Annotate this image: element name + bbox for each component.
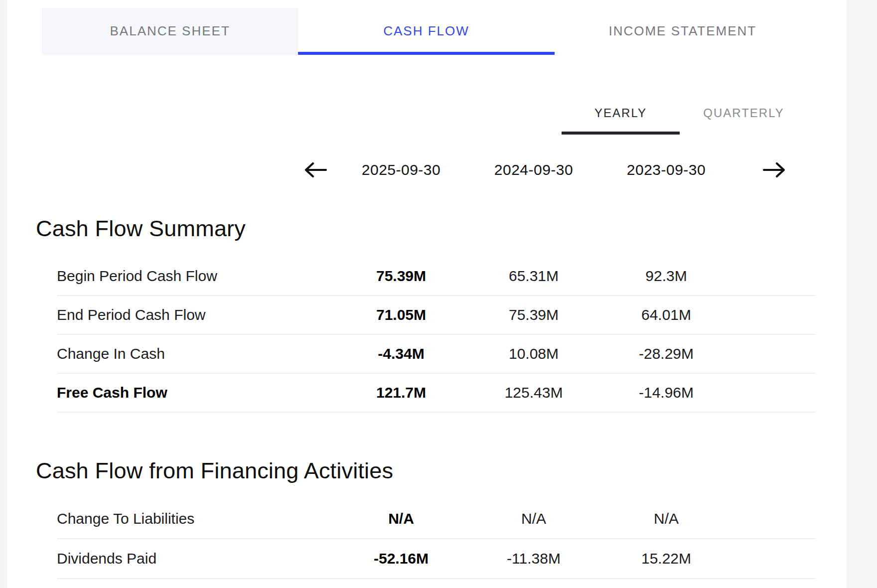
- row-value: 75.39M: [467, 306, 600, 323]
- financing-activities-table: Change To Liabilities N/A N/A N/A Divide…: [57, 499, 816, 579]
- row-label: Free Cash Flow: [57, 384, 335, 401]
- table-row: Change To Liabilities N/A N/A N/A: [57, 499, 816, 539]
- section-title-cash-flow-summary: Cash Flow Summary: [36, 214, 246, 244]
- tab-income-statement[interactable]: INCOME STATEMENT: [555, 8, 811, 55]
- row-value: N/A: [467, 510, 600, 527]
- tab-cash-flow[interactable]: CASH FLOW: [298, 8, 554, 55]
- date-column-3: 2023-09-30: [600, 161, 732, 178]
- row-value: -4.34M: [335, 345, 467, 362]
- table-row: Change In Cash -4.34M 10.08M -28.29M: [57, 335, 816, 374]
- row-label: Change In Cash: [57, 345, 335, 362]
- section-title-financing-activities: Cash Flow from Financing Activities: [36, 456, 393, 486]
- tab-balance-sheet[interactable]: BALANCE SHEET: [42, 8, 298, 55]
- page-right-gutter: [847, 0, 877, 588]
- toggle-quarterly[interactable]: QUARTERLY: [685, 95, 803, 135]
- cash-flow-summary-table: Begin Period Cash Flow 75.39M 65.31M 92.…: [57, 257, 816, 413]
- row-value: -52.16M: [335, 550, 467, 567]
- row-value: 15.22M: [600, 550, 732, 567]
- row-value: -28.29M: [600, 345, 732, 362]
- next-period-button[interactable]: [762, 159, 787, 180]
- row-value: -14.96M: [600, 384, 732, 401]
- row-label: Dividends Paid: [57, 550, 335, 567]
- row-value: 71.05M: [335, 306, 467, 323]
- arrow-right-icon: [762, 160, 786, 180]
- row-value: 92.3M: [600, 268, 732, 285]
- date-columns-header: 2025-09-30 2024-09-30 2023-09-30: [57, 152, 816, 188]
- row-value: 125.43M: [467, 384, 600, 401]
- table-row: Free Cash Flow 121.7M 125.43M -14.96M: [57, 374, 816, 413]
- row-value: 10.08M: [467, 345, 600, 362]
- row-label: End Period Cash Flow: [57, 306, 335, 323]
- row-label: Begin Period Cash Flow: [57, 268, 335, 285]
- row-value: 65.31M: [467, 268, 600, 285]
- previous-period-button[interactable]: [303, 159, 328, 180]
- date-column-2: 2024-09-30: [467, 161, 600, 178]
- row-value: N/A: [335, 510, 467, 527]
- table-row: Begin Period Cash Flow 75.39M 65.31M 92.…: [57, 257, 816, 296]
- statement-tabs: BALANCE SHEET CASH FLOW INCOME STATEMENT: [42, 8, 811, 55]
- row-value: N/A: [600, 510, 732, 527]
- row-value: 64.01M: [600, 306, 732, 323]
- toggle-yearly[interactable]: YEARLY: [562, 95, 680, 135]
- period-toggle: YEARLY QUARTERLY: [562, 95, 803, 135]
- row-value: 75.39M: [335, 268, 467, 285]
- table-row: End Period Cash Flow 71.05M 75.39M 64.01…: [57, 296, 816, 335]
- page-left-gutter: [0, 0, 7, 588]
- row-value: -11.38M: [467, 550, 600, 567]
- arrow-left-icon: [303, 160, 327, 180]
- date-column-1: 2025-09-30: [335, 161, 467, 178]
- table-row: Dividends Paid -52.16M -11.38M 15.22M: [57, 539, 816, 579]
- row-value: 121.7M: [335, 384, 467, 401]
- row-label: Change To Liabilities: [57, 510, 335, 527]
